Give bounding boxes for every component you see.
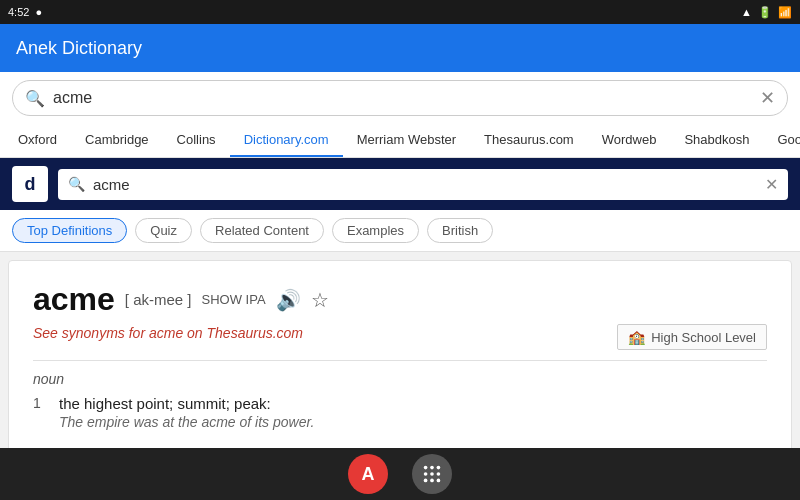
bottom-nav: A — [0, 448, 800, 500]
chip-examples[interactable]: Examples — [332, 218, 419, 243]
status-right: ▲ 🔋 📶 — [741, 6, 792, 19]
svg-point-8 — [437, 479, 441, 483]
dictionary-tabs: Oxford Cambridge Collins Dictionary.com … — [0, 124, 800, 158]
dict-clear-icon[interactable]: ✕ — [765, 175, 778, 194]
status-time: 4:52 — [8, 6, 29, 18]
thesaurus-prefix: See synonyms for — [33, 325, 149, 341]
definition-item: 1 the highest point; summit; peak: The e… — [33, 395, 767, 430]
tab-google[interactable]: Google — [763, 124, 800, 157]
search-bar: 🔍 ✕ — [12, 80, 788, 116]
word-heading: acme [ ak-mee ] SHOW IPA 🔊 ☆ — [33, 281, 767, 318]
word-phonetic: [ ak-mee ] — [125, 291, 192, 308]
status-bar: 4:52 ● ▲ 🔋 📶 — [0, 0, 800, 24]
svg-point-2 — [437, 466, 441, 470]
level-text: High School Level — [651, 330, 756, 345]
dict-logo: d — [12, 166, 48, 202]
status-left: 4:52 ● — [8, 6, 42, 18]
thesaurus-word: acme — [149, 325, 183, 341]
tab-shabdkosh[interactable]: Shabdkosh — [670, 124, 763, 157]
svg-point-7 — [430, 479, 434, 483]
dict-search-input[interactable] — [93, 176, 765, 193]
chip-top-definitions[interactable]: Top Definitions — [12, 218, 127, 243]
svg-point-3 — [424, 472, 428, 476]
level-badge: 🏫 High School Level — [617, 324, 767, 350]
clear-search-icon[interactable]: ✕ — [760, 87, 775, 109]
svg-point-5 — [437, 472, 441, 476]
chip-quiz[interactable]: Quiz — [135, 218, 192, 243]
status-dot: ● — [35, 6, 42, 18]
def-body: the highest point; summit; peak: The emp… — [59, 395, 314, 430]
app-title: Anek Dictionary — [16, 38, 142, 59]
signal-icon: 📶 — [778, 6, 792, 19]
grid-icon — [421, 463, 443, 485]
tab-merriam[interactable]: Merriam Webster — [343, 124, 470, 157]
main-content: acme [ ak-mee ] SHOW IPA 🔊 ☆ See synonym… — [8, 260, 792, 480]
definition-list: 1 the highest point; summit; peak: The e… — [33, 395, 767, 430]
svg-point-6 — [424, 479, 428, 483]
app-bar: Anek Dictionary — [0, 24, 800, 72]
dict-search-icon: 🔍 — [68, 176, 85, 192]
nav-btn-grid[interactable] — [412, 454, 452, 494]
chip-british[interactable]: British — [427, 218, 493, 243]
tab-collins[interactable]: Collins — [163, 124, 230, 157]
sound-icon[interactable]: 🔊 — [276, 288, 301, 312]
chip-related-content[interactable]: Related Content — [200, 218, 324, 243]
wifi-icon: ▲ — [741, 6, 752, 18]
search-input[interactable] — [53, 89, 752, 107]
dict-header: d 🔍 ✕ — [0, 158, 800, 210]
word-title: acme — [33, 281, 115, 318]
part-of-speech: noun — [33, 371, 767, 387]
show-ipa-button[interactable]: SHOW IPA — [202, 292, 266, 307]
tab-oxford[interactable]: Oxford — [4, 124, 71, 157]
thesaurus-link[interactable]: See synonyms for acme on Thesaurus.com — [33, 325, 303, 341]
tab-cambridge[interactable]: Cambridge — [71, 124, 163, 157]
favorite-icon[interactable]: ☆ — [311, 288, 329, 312]
battery-icon: 🔋 — [758, 6, 772, 19]
def-text: the highest point; summit; peak: — [59, 395, 314, 412]
filter-chips: Top Definitions Quiz Related Content Exa… — [0, 210, 800, 252]
svg-point-4 — [430, 472, 434, 476]
search-icon: 🔍 — [25, 89, 45, 108]
tab-thesauruscom[interactable]: Thesaurus.com — [470, 124, 588, 157]
divider — [33, 360, 767, 361]
tab-dictionarycom[interactable]: Dictionary.com — [230, 124, 343, 157]
nav-btn-a[interactable]: A — [348, 454, 388, 494]
level-icon: 🏫 — [628, 329, 645, 345]
def-example: The empire was at the acme of its power. — [59, 414, 314, 430]
svg-point-1 — [430, 466, 434, 470]
def-number: 1 — [33, 395, 49, 430]
tab-wordweb[interactable]: Wordweb — [588, 124, 671, 157]
search-bar-container: 🔍 ✕ — [0, 72, 800, 124]
dict-logo-text: d — [25, 174, 36, 195]
svg-point-0 — [424, 466, 428, 470]
thesaurus-suffix: on Thesaurus.com — [183, 325, 303, 341]
dict-search-bar: 🔍 ✕ — [58, 169, 788, 200]
